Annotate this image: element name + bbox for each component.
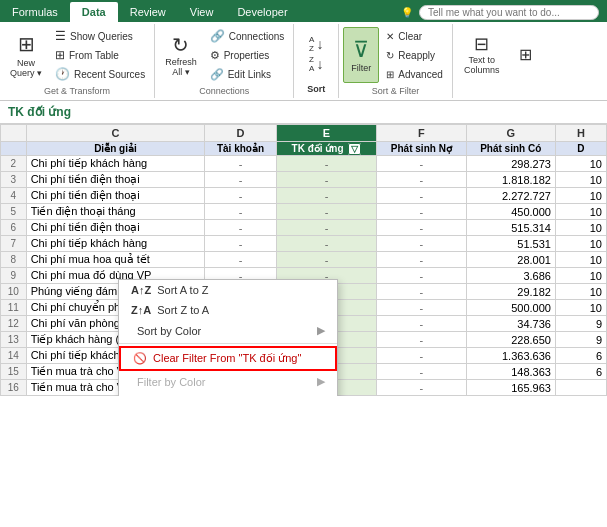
- cell-d[interactable]: 10: [555, 236, 606, 252]
- cell-tkdoiung[interactable]: -: [276, 172, 376, 188]
- connections-button[interactable]: 🔗 Connections: [205, 27, 290, 45]
- cell-co[interactable]: 148.363: [466, 364, 555, 380]
- cell-d[interactable]: 10: [555, 300, 606, 316]
- cell-no[interactable]: -: [377, 380, 466, 396]
- edit-links-button[interactable]: 🔗 Edit Links: [205, 65, 290, 83]
- cell-d[interactable]: 10: [555, 268, 606, 284]
- advanced-button[interactable]: ⊞ Advanced: [381, 65, 447, 83]
- col-header-f[interactable]: F: [377, 125, 466, 142]
- cell-tkdoiung[interactable]: -: [276, 236, 376, 252]
- cell-no[interactable]: -: [377, 252, 466, 268]
- cell-co[interactable]: 1.818.182: [466, 172, 555, 188]
- cell-d[interactable]: 10: [555, 252, 606, 268]
- filter-color-item[interactable]: Filter by Color ▶: [119, 371, 337, 392]
- cell-co[interactable]: 29.182: [466, 284, 555, 300]
- cell-d[interactable]: 9: [555, 316, 606, 332]
- tell-me-input[interactable]: [419, 5, 599, 20]
- cell-no[interactable]: -: [377, 300, 466, 316]
- cell-d[interactable]: 10: [555, 188, 606, 204]
- cell-taikhoan[interactable]: -: [205, 156, 277, 172]
- cell-d[interactable]: 6: [555, 364, 606, 380]
- cell-no[interactable]: -: [377, 172, 466, 188]
- cell-tkdoiung[interactable]: -: [276, 204, 376, 220]
- cell-no[interactable]: -: [377, 348, 466, 364]
- cell-diengiai[interactable]: Tiền điện thoại tháng: [26, 204, 205, 220]
- filter-button[interactable]: ⊽ Filter: [343, 27, 379, 83]
- cell-co[interactable]: 51.531: [466, 236, 555, 252]
- cell-taikhoan[interactable]: -: [205, 172, 277, 188]
- cell-d[interactable]: 6: [555, 348, 606, 364]
- text-filters-item[interactable]: Text Filters ▶: [119, 392, 337, 396]
- text-to-columns-button[interactable]: ⊟ Text toColumns: [457, 26, 507, 82]
- tab-data[interactable]: Data: [70, 2, 118, 22]
- properties-button[interactable]: ⚙ Properties: [205, 46, 290, 64]
- refresh-all-button[interactable]: ↻ RefreshAll ▾: [159, 27, 203, 83]
- cell-diengiai[interactable]: Chi phí tiếp khách hàng: [26, 236, 205, 252]
- cell-co[interactable]: 450.000: [466, 204, 555, 220]
- cell-co[interactable]: 2.272.727: [466, 188, 555, 204]
- tab-view[interactable]: View: [178, 2, 226, 22]
- clear-button[interactable]: ✕ Clear: [381, 27, 447, 45]
- cell-no[interactable]: -: [377, 268, 466, 284]
- recent-sources-button[interactable]: 🕐 Recent Sources: [50, 65, 150, 83]
- cell-tkdoiung[interactable]: -: [276, 252, 376, 268]
- cell-no[interactable]: -: [377, 284, 466, 300]
- cell-co[interactable]: 28.001: [466, 252, 555, 268]
- cell-diengiai[interactable]: Chi phí tiếp khách hàng: [26, 156, 205, 172]
- show-queries-button[interactable]: ☰ Show Queries: [50, 27, 150, 45]
- cell-no[interactable]: -: [377, 364, 466, 380]
- col-header-g[interactable]: G: [466, 125, 555, 142]
- col-header-d[interactable]: D: [205, 125, 277, 142]
- clear-filter-item[interactable]: 🚫 Clear Filter From "TK đối ứng": [119, 346, 337, 371]
- cell-no[interactable]: -: [377, 236, 466, 252]
- cell-no[interactable]: -: [377, 156, 466, 172]
- table-row: 4 Chi phí tiền điện thoại - - - 2.272.72…: [1, 188, 607, 204]
- data-tools-more-button[interactable]: ⊞: [511, 26, 541, 82]
- from-table-button[interactable]: ⊞ From Table: [50, 46, 150, 64]
- col-header-e[interactable]: E: [276, 125, 376, 142]
- sort-az-item[interactable]: A↑Z Sort A to Z: [119, 280, 337, 300]
- col-header-h[interactable]: H: [555, 125, 606, 142]
- cell-co[interactable]: 228.650: [466, 332, 555, 348]
- cell-co[interactable]: 3.686: [466, 268, 555, 284]
- cell-tkdoiung[interactable]: -: [276, 156, 376, 172]
- col-header-c[interactable]: C: [26, 125, 205, 142]
- cell-no[interactable]: -: [377, 204, 466, 220]
- cell-taikhoan[interactable]: -: [205, 188, 277, 204]
- cell-co[interactable]: 1.363.636: [466, 348, 555, 364]
- tab-review[interactable]: Review: [118, 2, 178, 22]
- cell-d[interactable]: 10: [555, 156, 606, 172]
- new-query-button[interactable]: ⊞ NewQuery ▾: [4, 27, 48, 83]
- cell-no[interactable]: -: [377, 332, 466, 348]
- cell-d[interactable]: 9: [555, 332, 606, 348]
- cell-d[interactable]: 10: [555, 284, 606, 300]
- cell-no[interactable]: -: [377, 220, 466, 236]
- sort-za-item[interactable]: Z↑A Sort Z to A: [119, 300, 337, 320]
- cell-d[interactable]: 10: [555, 204, 606, 220]
- cell-d[interactable]: 10: [555, 172, 606, 188]
- cell-co[interactable]: 500.000: [466, 300, 555, 316]
- cell-diengiai[interactable]: Chi phí tiền điện thoại: [26, 220, 205, 236]
- cell-d[interactable]: [555, 380, 606, 396]
- cell-co[interactable]: 515.314: [466, 220, 555, 236]
- cell-taikhoan[interactable]: -: [205, 236, 277, 252]
- sort-color-item[interactable]: Sort by Color ▶: [119, 320, 337, 341]
- cell-co[interactable]: 165.963: [466, 380, 555, 396]
- filter-active-icon[interactable]: ▽: [348, 143, 361, 155]
- cell-taikhoan[interactable]: -: [205, 220, 277, 236]
- cell-no[interactable]: -: [377, 188, 466, 204]
- cell-taikhoan[interactable]: -: [205, 204, 277, 220]
- cell-taikhoan[interactable]: -: [205, 252, 277, 268]
- cell-d[interactable]: 10: [555, 220, 606, 236]
- tab-developer[interactable]: Developer: [225, 2, 299, 22]
- tab-formulas[interactable]: Formulas: [0, 2, 70, 22]
- cell-diengiai[interactable]: Chi phí tiền điện thoại: [26, 172, 205, 188]
- reapply-button[interactable]: ↻ Reapply: [381, 46, 447, 64]
- cell-diengiai[interactable]: Chi phí mua hoa quả tết: [26, 252, 205, 268]
- cell-diengiai[interactable]: Chi phí tiền điện thoại: [26, 188, 205, 204]
- cell-tkdoiung[interactable]: -: [276, 220, 376, 236]
- cell-co[interactable]: 34.736: [466, 316, 555, 332]
- cell-co[interactable]: 298.273: [466, 156, 555, 172]
- cell-tkdoiung[interactable]: -: [276, 188, 376, 204]
- cell-no[interactable]: -: [377, 316, 466, 332]
